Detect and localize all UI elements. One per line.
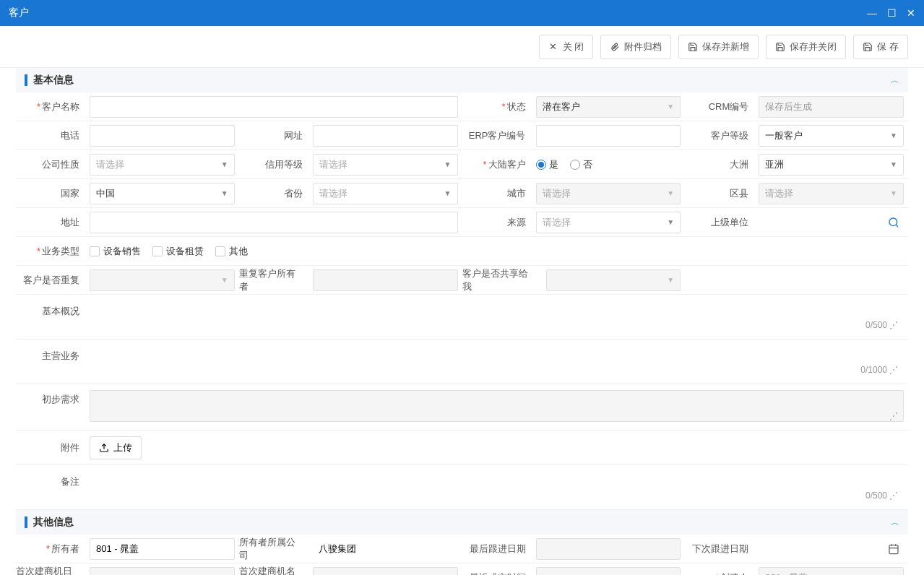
upload-button-label: 上传 (113, 441, 132, 454)
crm-code-input (759, 96, 904, 118)
label-company-nature: 公司性质 (16, 150, 85, 178)
city-select[interactable]: 请选择 ▼ (536, 183, 681, 204)
overview-textarea[interactable] (90, 301, 904, 331)
remark-counter: 0/500⋰ (865, 490, 898, 501)
label-source: 来源 (462, 208, 532, 236)
overview-counter: 0/500⋰ (865, 320, 898, 330)
maximize-icon[interactable]: ☐ (887, 7, 897, 19)
creator-input (759, 567, 904, 576)
company-nature-select[interactable]: 请选择 ▼ (90, 154, 235, 176)
section-header-other[interactable]: 其他信息 ︿ (16, 510, 908, 535)
last-deal-input (536, 567, 681, 576)
window-title: 客户 (9, 7, 29, 20)
label-last-deal: 最近成交时间 (462, 563, 532, 575)
label-continent: 大洲 (685, 150, 754, 178)
label-overview: 基本概况 (16, 295, 85, 339)
source-select[interactable]: 请选择 ▼ (536, 212, 681, 233)
archive-button-label: 附件归档 (624, 40, 662, 53)
save-button-label: 保 存 (877, 40, 899, 53)
label-business-type: *业务类型 (16, 237, 85, 265)
close-icon[interactable]: ✕ (907, 7, 915, 19)
label-city: 城市 (462, 179, 532, 207)
radio-yes[interactable]: 是 (536, 158, 558, 171)
chevron-down-icon: ▼ (667, 276, 674, 284)
first-opp-date-input (90, 567, 235, 576)
label-customer-name: *客户名称 (16, 92, 85, 121)
save-close-button[interactable]: 保存并关闭 (766, 35, 846, 59)
search-icon[interactable] (884, 217, 904, 228)
minimize-icon[interactable]: — (867, 7, 877, 19)
save-icon (863, 42, 873, 52)
checkbox-equip-rent[interactable]: 设备租赁 (152, 245, 204, 258)
label-duplicate-owner: 重复客户所有者 (239, 266, 308, 294)
initial-demand-resize: ⋰ (889, 411, 898, 421)
save-new-button[interactable]: 保存并新增 (678, 35, 759, 59)
checkbox-equip-sale[interactable]: 设备销售 (90, 245, 141, 258)
checkbox-other[interactable]: 其他 (215, 245, 248, 258)
chevron-down-icon: ▼ (221, 160, 228, 168)
save-button[interactable]: 保 存 (853, 35, 908, 59)
credit-level-select[interactable]: 请选择 ▼ (313, 154, 458, 176)
basic-form-grid: *客户名称 *状态 潜在客户 ▼ CRM编号 电话 网址 ERP客户 (16, 92, 908, 510)
label-mainland: *大陆客户 (462, 150, 532, 178)
owner-company-input (313, 538, 458, 560)
resize-handle-icon: ⋰ (889, 365, 898, 375)
save-icon (775, 42, 785, 52)
upload-button[interactable]: 上传 (90, 436, 142, 459)
parent-unit-input[interactable] (759, 212, 884, 233)
svg-rect-3 (889, 545, 898, 553)
close-button[interactable]: ✕ 关 闭 (539, 35, 594, 59)
country-select[interactable]: 中国 ▼ (90, 183, 235, 204)
calendar-icon[interactable] (884, 543, 904, 555)
x-icon: ✕ (548, 42, 558, 52)
chevron-down-icon: ▼ (890, 160, 897, 168)
label-first-opp-name: 首次建商机名称 (239, 563, 308, 575)
label-country: 国家 (16, 179, 85, 207)
label-initial-demand: 初步需求 (16, 384, 85, 430)
phone-input[interactable] (90, 125, 235, 147)
customer-name-input[interactable] (90, 96, 458, 118)
upload-icon (99, 443, 109, 453)
website-input[interactable] (313, 125, 458, 147)
district-select[interactable]: 请选择 ▼ (759, 183, 904, 204)
close-button-label: 关 闭 (563, 40, 584, 53)
province-select[interactable]: 请选择 ▼ (313, 183, 458, 204)
radio-no[interactable]: 否 (570, 158, 592, 171)
address-input[interactable] (90, 212, 458, 233)
label-owner-company: 所有者所属公司 (239, 535, 308, 563)
chevron-down-icon: ▼ (221, 276, 228, 284)
main-business-textarea[interactable] (90, 345, 904, 376)
status-select[interactable]: 潜在客户 ▼ (536, 96, 681, 118)
remark-textarea[interactable] (90, 471, 904, 501)
label-customer-level: 客户等级 (685, 121, 754, 150)
initial-demand-textarea (90, 390, 904, 422)
archive-button[interactable]: 附件归档 (600, 35, 671, 59)
chevron-up-icon[interactable]: ︿ (891, 516, 899, 529)
continent-select[interactable]: 亚洲 ▼ (759, 154, 904, 176)
svg-line-1 (896, 225, 898, 227)
chevron-up-icon[interactable]: ︿ (891, 74, 899, 87)
label-creator: *创建人 (685, 563, 754, 575)
svg-point-0 (889, 218, 897, 226)
radio-icon (536, 160, 546, 170)
label-crm-code: CRM编号 (685, 92, 754, 121)
chevron-down-icon: ▼ (221, 189, 228, 197)
business-type-checkboxes: 设备销售 设备租赁 其他 (90, 245, 248, 258)
label-next-follow: 下次跟进日期 (685, 535, 754, 563)
chevron-down-icon: ▼ (667, 189, 674, 197)
save-icon (688, 42, 698, 52)
customer-level-select[interactable]: 一般客户 ▼ (759, 125, 904, 147)
owner-input[interactable] (90, 538, 235, 560)
erp-code-input[interactable] (536, 125, 681, 147)
next-follow-input[interactable] (759, 538, 884, 560)
label-credit-level: 信用等级 (239, 150, 308, 178)
label-phone: 电话 (16, 121, 85, 150)
section-accent-bar (25, 74, 27, 86)
section-header-basic[interactable]: 基本信息 ︿ (16, 68, 908, 92)
checkbox-icon (152, 246, 163, 256)
other-form-grid: *所有者 所有者所属公司 最后跟进日期 下次跟进日期 首次建商机日期 首次建商机… (16, 535, 908, 575)
section-title-basic: 基本信息 (33, 74, 74, 87)
label-remark: 备注 (16, 465, 85, 509)
titlebar: 客户 — ☐ ✕ (0, 0, 924, 26)
checkbox-icon (215, 246, 225, 256)
